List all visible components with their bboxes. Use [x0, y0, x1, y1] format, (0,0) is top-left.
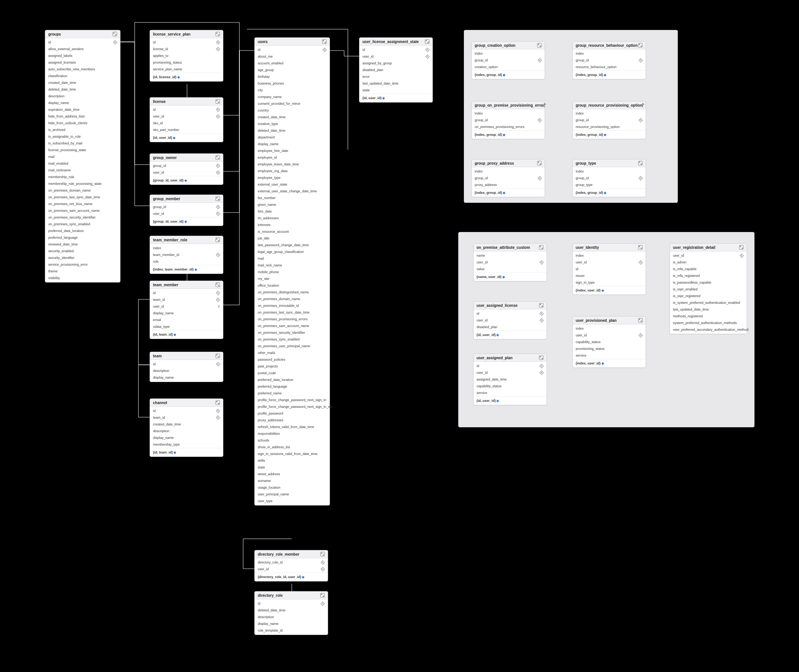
field-row[interactable]: team_member_id⚿ — [150, 251, 223, 258]
field-row[interactable]: description — [45, 93, 120, 99]
field-row[interactable]: sku_part_number — [150, 126, 223, 133]
entity-group_member[interactable]: group_membergroup_id⚿user_id⚿(group_id, … — [150, 195, 223, 226]
field-row[interactable]: group_id⚿ — [573, 117, 646, 123]
field-row[interactable]: proxy_addresses — [255, 417, 329, 424]
field-row[interactable]: on_premises_last_sync_date_time — [255, 309, 329, 316]
entity-team[interactable]: teamid⚿descriptiondisplay_name — [150, 352, 223, 382]
entity-header[interactable]: group_resource_provisioning_option — [573, 101, 646, 109]
field-row[interactable]: last_updated_date_time — [670, 306, 746, 313]
field-row[interactable]: department — [255, 134, 329, 141]
entity-header[interactable]: user_license_assignment_state — [360, 38, 432, 46]
field-row[interactable]: created_date_time — [45, 79, 120, 86]
field-row[interactable]: usage_location — [255, 484, 329, 491]
field-row[interactable]: group_id⚿ — [150, 162, 223, 169]
field-row[interactable]: on_premises_net_bios_name — [45, 200, 120, 207]
field-row[interactable]: id — [573, 266, 646, 272]
field-row[interactable]: on_premises_last_sync_date_time — [45, 194, 120, 200]
field-row[interactable]: methods_registered — [670, 313, 746, 320]
field-row[interactable]: resource_provisioning_option — [573, 123, 646, 130]
field-row[interactable]: surname — [255, 477, 329, 484]
field-row[interactable]: user_type — [255, 498, 329, 504]
field-row[interactable]: service_provisioning_error — [45, 261, 120, 268]
field-row[interactable]: id⚿ — [255, 46, 329, 53]
field-row[interactable]: user_id⚿ — [573, 332, 646, 339]
field-row[interactable]: password_policies — [255, 356, 329, 363]
field-row[interactable]: user_principal_name — [255, 491, 329, 498]
field-row[interactable]: id⚿ — [360, 46, 432, 53]
field-row[interactable]: mail_enabled — [45, 160, 120, 167]
field-row[interactable]: schools — [255, 437, 329, 444]
field-row[interactable]: is_mfa_capable — [670, 266, 746, 272]
field-row[interactable]: mail_nick_name — [255, 262, 329, 269]
field-row[interactable]: is_assignable_to_role — [45, 133, 120, 140]
field-row[interactable]: system_preferred_authentication_methods — [670, 320, 746, 326]
field-row[interactable]: sign_in_sessions_valid_from_date_time — [255, 451, 329, 457]
field-row[interactable]: index — [472, 110, 545, 117]
field-row[interactable]: external_user_state_change_date_time — [255, 188, 329, 195]
entity-user_provisioned_plan[interactable]: user_provisioned_planindexuser_id⚿capabi… — [572, 316, 646, 368]
field-row[interactable]: im_addresses — [255, 215, 329, 221]
field-row[interactable]: user_id⚿ — [670, 252, 746, 259]
field-row[interactable]: job_title — [255, 235, 329, 242]
field-row[interactable]: employee_org_data — [255, 168, 329, 174]
field-row[interactable]: past_projects — [255, 363, 329, 370]
field-row[interactable]: preferred_language — [255, 383, 329, 390]
field-row[interactable]: id⚿ — [45, 39, 120, 46]
field-row[interactable]: other_mails — [255, 349, 329, 356]
field-row[interactable]: on_premises_sync_enabled — [45, 221, 120, 227]
field-row[interactable]: age_group — [255, 67, 329, 74]
field-row[interactable]: employee_leave_date_time — [255, 161, 329, 168]
field-row[interactable]: on_premises_immutable_id — [255, 302, 329, 309]
entity-groups[interactable]: groupsid⚿allow_external_sendersassigned_… — [45, 30, 120, 283]
entity-group_owner[interactable]: group_ownergroup_id⚿user_id⚿(group_id, u… — [150, 154, 223, 185]
entity-group_on_premise_provisioning_error[interactable]: group_on_premise_provisioning_errorindex… — [471, 101, 545, 139]
field-row[interactable]: hide_from_outlook_clients — [45, 120, 120, 126]
entity-header[interactable]: group_creation_option — [472, 42, 545, 50]
field-row[interactable]: about_me — [255, 53, 329, 60]
field-row[interactable]: profile_password — [255, 410, 329, 417]
entity-header[interactable]: directory_role_member — [255, 550, 328, 558]
field-row[interactable]: is_passwordless_capable — [670, 279, 746, 286]
entity-header[interactable]: group_type — [573, 159, 646, 167]
field-row[interactable]: on_premises_distinguished_name — [255, 289, 329, 296]
field-row[interactable]: id⚿ — [150, 106, 223, 113]
entity-header[interactable]: team_member — [150, 281, 223, 289]
field-row[interactable]: index — [573, 168, 646, 175]
field-row[interactable]: assigned_labels — [45, 53, 120, 59]
field-row[interactable]: index — [150, 245, 223, 251]
field-row[interactable]: description — [150, 428, 223, 434]
field-row[interactable]: proxy_address — [472, 181, 545, 188]
field-row[interactable]: user_id⚿ — [150, 113, 223, 120]
field-row[interactable]: preferred_data_location — [255, 376, 329, 383]
field-row[interactable]: assigned_date_time — [473, 376, 547, 383]
entity-header[interactable]: group_proxy_address — [472, 159, 545, 167]
field-row[interactable]: sku_id — [150, 120, 223, 126]
field-row[interactable]: employee_hire_date — [255, 147, 329, 154]
field-row[interactable]: employee_id — [255, 154, 329, 161]
field-row[interactable]: user_id⚿ — [573, 259, 646, 266]
field-row[interactable]: preferred_data_location — [45, 227, 120, 234]
field-row[interactable]: mobile_phone — [255, 269, 329, 275]
field-row[interactable]: preferred_name — [255, 390, 329, 397]
diagram-canvas[interactable]: groupsid⚿allow_external_sendersassigned_… — [0, 0, 799, 672]
field-row[interactable]: mail — [255, 255, 329, 262]
entity-license_service_plan[interactable]: license_service_planid⚿license_id⚿applie… — [150, 30, 223, 82]
entity-header[interactable]: group_resource_behaviour_option — [573, 42, 646, 50]
entity-directory_role[interactable]: directory_roleid⚿deleted_date_timedescri… — [254, 591, 328, 635]
field-row[interactable]: is_mfa_registered — [670, 272, 746, 279]
field-row[interactable]: team_id⚿ — [150, 296, 223, 303]
field-row[interactable]: responsibilities — [255, 430, 329, 437]
field-row[interactable]: creation_option — [472, 64, 545, 70]
field-row[interactable]: account_enabled — [255, 60, 329, 67]
field-row[interactable]: license_processing_state — [45, 147, 120, 154]
field-row[interactable]: allow_external_senders — [45, 46, 120, 53]
field-row[interactable]: display_name — [45, 99, 120, 106]
entity-header[interactable]: license — [150, 98, 223, 106]
field-row[interactable]: on_premises_sync_enabled — [255, 336, 329, 343]
entity-users[interactable]: usersid⚿about_meaccount_enabledage_group… — [254, 37, 330, 506]
field-row[interactable]: id⚿ — [150, 361, 223, 368]
field-row[interactable]: service — [473, 389, 547, 396]
field-row[interactable]: directory_role_id⚿ — [255, 559, 328, 566]
field-row[interactable]: group_id⚿ — [472, 57, 545, 64]
entity-channel[interactable]: channelid⚿team_id⚿created_date_timedescr… — [150, 398, 223, 457]
